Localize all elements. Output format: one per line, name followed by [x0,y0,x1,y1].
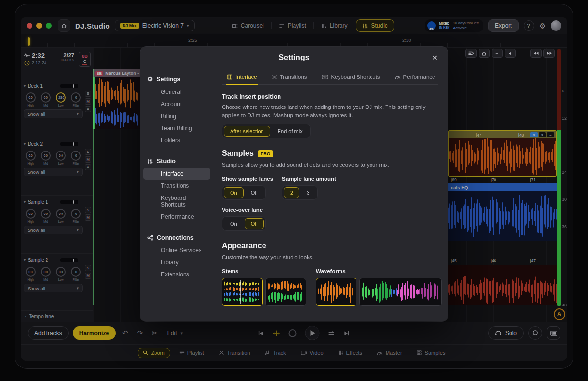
spacer [518,49,528,58]
stems-label: Stems [222,268,306,274]
voice-over-lane-label: Voice-over lane [222,207,270,213]
waveform-option-multicolor[interactable] [359,278,442,306]
option-off[interactable]: Off [245,187,264,198]
sample-lane-amount-toggle: 2 3 [282,185,318,200]
nav-group-studio: Studio [140,154,213,168]
settings-tabs: Interface Transitions Keyboard Shortcuts… [222,71,438,85]
option-2[interactable]: 2 [284,187,299,198]
nav-item-library[interactable]: Library [143,257,210,268]
samples-title: Samples [222,149,254,158]
nav-item-interface[interactable]: Interface [143,168,210,180]
gear-icon: ⚙ [147,76,153,83]
nav-item-performance[interactable]: Performance [143,211,210,223]
interface-icon [227,74,232,80]
seek-forward-button[interactable] [543,49,555,58]
modal-title: Settings [279,53,309,62]
home-icon [481,51,487,56]
keyboard-icon [322,75,328,79]
track-insert-title: Track insert position [222,93,438,100]
transition-icon [272,75,277,80]
samples-description: Samples allow you to add sound effects a… [222,161,438,169]
tab-keyboard-shortcuts[interactable]: Keyboard Shortcuts [322,74,380,80]
share-icon [147,235,153,241]
option-off[interactable]: Off [245,218,264,229]
show-sample-lanes-toggle: On Off [222,185,266,200]
nav-item-transitions[interactable]: Transitions [143,180,210,192]
settings-content: Interface Transitions Keyboard Shortcuts… [213,68,448,321]
track-insert-segmented: After selection End of mix [222,124,311,138]
timeline-tools: − + [465,49,555,58]
option-on[interactable]: On [224,218,244,229]
settings-modal: Settings ✕ ⚙ Settings General Account Bi… [140,47,448,321]
nav-item-online-services[interactable]: Online Services [143,244,210,256]
waveforms-label: Waveforms [316,268,442,274]
appearance-title: Appearance [222,242,266,250]
zoom-out-button[interactable]: − [492,49,503,58]
playhead-line[interactable] [93,69,94,305]
pro-badge: PRO [258,150,274,157]
tab-performance[interactable]: Performance [395,74,435,80]
rewind-icon [533,51,539,56]
option-after-selection[interactable]: After selection [224,126,270,137]
nav-item-keyboard-shortcuts[interactable]: Keyboard Shortcuts [143,192,210,211]
performance-icon [395,75,401,79]
nav-item-folders[interactable]: Folders [143,135,210,146]
sample-lane-amount-label: Sample lane amount [282,176,336,182]
option-end-of-mix[interactable]: End of mix [271,126,309,137]
option-3[interactable]: 3 [300,187,316,198]
tab-transitions[interactable]: Transitions [272,74,307,80]
show-sample-lanes-label: Show sample lanes [222,176,273,182]
nav-item-general[interactable]: General [143,86,210,98]
close-button[interactable]: ✕ [429,52,441,63]
nav-item-extensions[interactable]: Extensions [143,269,210,280]
waveform-option-single[interactable] [316,278,356,306]
nav-item-account[interactable]: Account [143,98,210,110]
nav-item-team-billing[interactable]: Team Billing [143,122,210,134]
tab-interface[interactable]: Interface [227,74,257,80]
voice-over-lane-toggle: On Off [222,216,266,231]
nav-group-connections: Connections [140,230,213,244]
appearance-description: Customize the way your studio looks. [222,253,438,261]
settings-nav: ⚙ Settings General Account Billing Team … [140,68,213,321]
zoom-in-button[interactable]: + [505,49,516,58]
stems-option-detailed[interactable] [222,278,263,306]
stems-option-simple[interactable] [265,278,306,306]
thumb-playhead [240,280,241,304]
auto-scroll-icon [468,51,474,56]
studio-icon [147,159,153,164]
nav-group-settings: ⚙ Settings [140,72,213,86]
auto-scroll-button[interactable] [465,49,477,58]
timeline-home-button[interactable] [479,49,490,58]
nav-item-billing[interactable]: Billing [143,110,210,122]
option-on[interactable]: On [224,187,244,198]
close-icon: ✕ [432,54,438,61]
track-insert-description: Choose where new tracks land when adding… [222,103,438,119]
seek-back-button[interactable] [530,49,542,58]
fast-forward-icon [546,51,552,56]
